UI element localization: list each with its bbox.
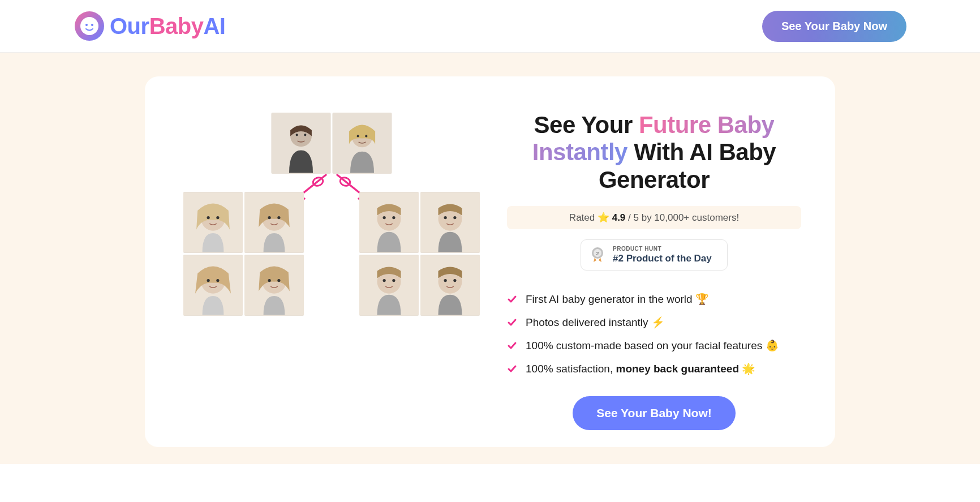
baby-photo bbox=[244, 192, 304, 253]
hero-cta-button[interactable]: See Your Baby Now! bbox=[573, 396, 735, 430]
svg-point-17 bbox=[216, 216, 219, 219]
check-icon bbox=[507, 317, 517, 328]
svg-point-3 bbox=[91, 24, 93, 26]
svg-point-44 bbox=[444, 279, 446, 282]
hero-headline: See Your Future Baby Instantly With AI B… bbox=[507, 111, 801, 194]
parent-photo-2 bbox=[333, 113, 392, 174]
baby-photo bbox=[183, 255, 243, 316]
page-background: See Your Future Baby Instantly With AI B… bbox=[0, 53, 980, 464]
baby-photo bbox=[244, 255, 304, 316]
medal-icon: 2 bbox=[589, 246, 606, 263]
svg-point-41 bbox=[392, 279, 395, 282]
svg-point-40 bbox=[382, 279, 385, 282]
svg-point-33 bbox=[392, 216, 395, 219]
svg-text:2: 2 bbox=[596, 251, 599, 256]
feature-item: First AI baby generator in the world 🏆 bbox=[507, 288, 801, 311]
svg-point-28 bbox=[268, 279, 270, 282]
svg-point-16 bbox=[207, 216, 209, 219]
feature-list: First AI baby generator in the world 🏆 P… bbox=[507, 288, 801, 380]
svg-point-29 bbox=[277, 279, 280, 282]
site-header: OurBabyAI See Your Baby Now bbox=[0, 0, 980, 53]
hero-card: See Your Future Baby Instantly With AI B… bbox=[145, 76, 835, 447]
baby-photo bbox=[420, 192, 480, 253]
star-icon: ⭐ bbox=[598, 212, 609, 223]
svg-point-1 bbox=[80, 17, 98, 35]
baby-grid-girls bbox=[183, 192, 304, 316]
svg-point-32 bbox=[382, 216, 385, 219]
logo-text: OurBabyAI bbox=[110, 14, 225, 39]
svg-point-6 bbox=[296, 134, 298, 136]
product-hunt-badge[interactable]: 2 PRODUCT HUNT #2 Product of the Day bbox=[581, 239, 728, 271]
baby-photo bbox=[359, 192, 419, 253]
ph-rank: #2 Product of the Day bbox=[613, 253, 712, 264]
feature-item: 100% custom-made based on your facial fe… bbox=[507, 334, 801, 357]
svg-point-10 bbox=[357, 135, 359, 137]
svg-point-2 bbox=[85, 24, 88, 26]
svg-point-21 bbox=[277, 216, 280, 219]
svg-point-45 bbox=[453, 279, 456, 282]
baby-photo bbox=[359, 255, 419, 316]
check-icon bbox=[507, 341, 517, 351]
svg-point-25 bbox=[216, 279, 219, 282]
svg-point-11 bbox=[365, 135, 367, 137]
svg-point-7 bbox=[304, 134, 306, 136]
hero-illustration bbox=[179, 108, 484, 334]
baby-photo bbox=[183, 192, 243, 253]
check-icon bbox=[507, 294, 517, 304]
rating-bar: Rated ⭐ 4.9 / 5 by 10,000+ customers! bbox=[507, 206, 801, 229]
baby-grid-boys bbox=[359, 192, 480, 316]
logo[interactable]: OurBabyAI bbox=[74, 10, 225, 42]
svg-point-37 bbox=[453, 216, 456, 219]
svg-point-20 bbox=[268, 216, 270, 219]
baby-photo bbox=[420, 255, 480, 316]
svg-point-24 bbox=[207, 279, 209, 282]
logo-icon bbox=[74, 10, 105, 42]
parent-photo-1 bbox=[272, 113, 331, 174]
feature-item: Photos delivered instantly ⚡ bbox=[507, 311, 801, 334]
ph-label: PRODUCT HUNT bbox=[613, 246, 712, 252]
check-icon bbox=[507, 364, 517, 374]
feature-item: 100% satisfaction, money back guaranteed… bbox=[507, 357, 801, 380]
hero-content: See Your Future Baby Instantly With AI B… bbox=[507, 108, 801, 430]
svg-point-36 bbox=[444, 216, 446, 219]
header-cta-button[interactable]: See Your Baby Now bbox=[762, 11, 906, 42]
